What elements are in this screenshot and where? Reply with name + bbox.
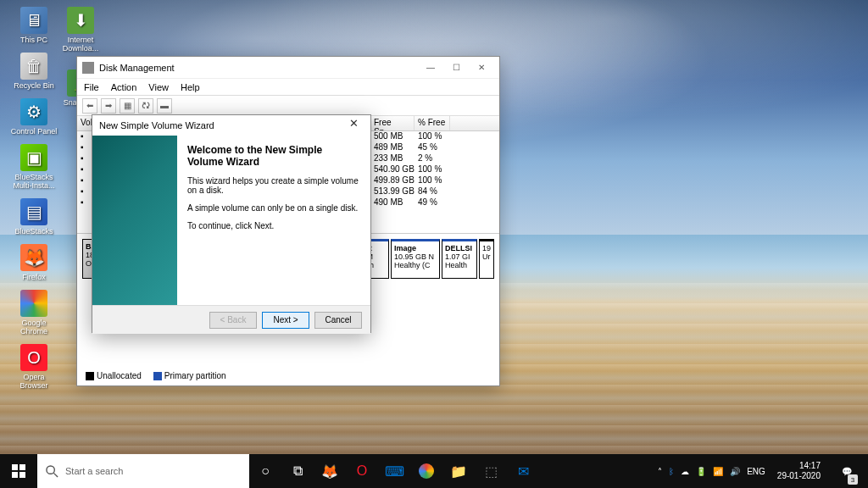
svg-line-6: [53, 473, 58, 477]
icon-label: Firefox: [22, 273, 46, 281]
notification-badge: 3: [848, 474, 858, 485]
taskbar-app[interactable]: ⌨: [378, 454, 410, 488]
taskbar-app[interactable]: 🦊: [314, 454, 346, 488]
tray-chevron-icon[interactable]: ˄: [658, 467, 662, 476]
refresh-button[interactable]: 🗘: [138, 98, 153, 114]
task-view-button[interactable]: ⧉: [281, 454, 314, 488]
maximize-button[interactable]: ☐: [443, 58, 469, 77]
action-center-button[interactable]: 💬 3: [832, 454, 861, 488]
icon-label: BlueStacks Multi-Insta...: [8, 173, 59, 190]
menu-file[interactable]: File: [84, 82, 99, 92]
desktop-icon-control-panel[interactable]: ⚙Control Panel: [8, 98, 59, 136]
wizard-text: To continue, click Next.: [187, 221, 360, 230]
svg-rect-2: [19, 464, 25, 470]
free-space: 233 MB: [370, 153, 415, 164]
free-space: 500 MB: [370, 131, 415, 142]
bluestacks-multi-icon: ▣: [20, 144, 47, 171]
desktop-icon-this-pc[interactable]: 🖥This PC: [8, 7, 59, 44]
desktop-icon-chrome[interactable]: Google Chrome: [8, 290, 59, 336]
volume-block[interactable]: 19Ur: [479, 239, 494, 279]
windows-icon: [12, 464, 25, 478]
icon-label: Internet Downloa...: [55, 36, 106, 53]
desktop-icon-firefox[interactable]: 🦊Firefox: [8, 244, 59, 281]
icon-label: Google Chrome: [8, 319, 59, 336]
toolbar-button[interactable]: ▦: [120, 98, 135, 114]
window-titlebar[interactable]: Disk Management — ☐ ✕: [77, 57, 499, 79]
free-space: 540.90 GB: [370, 164, 415, 175]
taskbar-app[interactable]: ⬚: [475, 454, 507, 488]
menu-help[interactable]: Help: [181, 82, 200, 92]
legend: Unallocated Primary partition: [86, 371, 226, 380]
wizard-titlebar[interactable]: New Simple Volume Wizard ✕: [92, 115, 370, 136]
disk-management-icon: [82, 62, 94, 74]
back-button[interactable]: ⬅: [82, 98, 97, 114]
chrome-icon: [20, 290, 47, 317]
free-space: 513.99 GB: [370, 186, 415, 197]
volume-block[interactable]: DELLSI1.07 GIHealth: [442, 239, 477, 279]
desktop-icon-recycle-bin[interactable]: 🗑Recycle Bin: [8, 53, 59, 90]
toolbar-button[interactable]: ▬: [157, 98, 172, 114]
close-button[interactable]: ✕: [343, 117, 364, 134]
percent-free: 100 %: [415, 175, 450, 186]
search-icon: [46, 465, 58, 478]
system-tray: ˄ ᛒ ☁ 🔋 📶 🔊 ENG 14:17 29-01-2020 💬 3: [651, 454, 868, 488]
control-panel-icon: ⚙: [20, 98, 47, 125]
search-box[interactable]: Start a search: [37, 454, 249, 488]
desktop-icons-column-1: 🖥This PC 🗑Recycle Bin ⚙Control Panel ▣Bl…: [8, 7, 59, 390]
back-button: < Back: [209, 312, 257, 329]
taskbar-app[interactable]: [410, 454, 442, 488]
vol-size: 1.07 GI: [445, 252, 470, 261]
cancel-button[interactable]: Cancel: [314, 312, 362, 329]
desktop-icon-idm[interactable]: ⬇Internet Downloa...: [55, 7, 106, 53]
header-freespace[interactable]: Free Sp...: [370, 116, 415, 130]
vol-status: Healthy (C: [394, 261, 431, 269]
legend-primary: Primary partition: [153, 371, 226, 380]
toolbar: ⬅ ➡ ▦ 🗘 ▬: [77, 96, 499, 116]
close-button[interactable]: ✕: [469, 58, 494, 77]
percent-free: 84 %: [415, 186, 450, 197]
icon-label: BlueStacks: [14, 227, 53, 236]
time: 14:17: [777, 461, 821, 471]
percent-free: 2 %: [415, 153, 450, 164]
legend-label: Primary partition: [164, 371, 226, 380]
cortana-button[interactable]: ○: [249, 454, 281, 488]
svg-rect-0: [82, 62, 94, 74]
wizard-content: Welcome to the New Simple Volume Wizard …: [177, 136, 370, 305]
vol-name: DELLSI: [445, 244, 472, 252]
header-percent-free[interactable]: % Free: [415, 116, 450, 130]
menu-action[interactable]: Action: [111, 82, 137, 92]
percent-free: 49 %: [415, 197, 450, 208]
volume-icon[interactable]: 🔊: [730, 467, 740, 476]
wifi-icon[interactable]: 📶: [713, 467, 723, 476]
legend-swatch-icon: [86, 372, 94, 380]
menu-bar: File Action View Help: [77, 79, 499, 96]
bluetooth-icon[interactable]: ᛒ: [669, 467, 674, 476]
minimize-button[interactable]: —: [418, 58, 443, 77]
start-button[interactable]: [0, 454, 37, 488]
svg-rect-4: [19, 472, 25, 478]
taskbar-app[interactable]: 📁: [442, 454, 475, 488]
language-indicator[interactable]: ENG: [747, 467, 765, 476]
battery-icon[interactable]: 🔋: [696, 467, 706, 476]
desktop-icon-bluestacks[interactable]: ▤BlueStacks: [8, 198, 59, 236]
forward-button[interactable]: ➡: [101, 98, 116, 114]
vol-name: Image: [394, 244, 416, 252]
volume-block[interactable]: Image10.95 GB NHealthy (C: [391, 239, 440, 279]
idm-icon: ⬇: [67, 7, 94, 34]
taskbar-app[interactable]: ✉: [507, 454, 539, 488]
desktop-icon-bluestacks-multi[interactable]: ▣BlueStacks Multi-Insta...: [8, 144, 59, 190]
wizard-text: A simple volume can only be on a single …: [187, 203, 360, 213]
window-title: Disk Management: [99, 63, 418, 73]
percent-free: 100 %: [415, 164, 450, 175]
desktop-icon-opera[interactable]: OOpera Browser: [8, 344, 59, 390]
next-button[interactable]: Next >: [262, 312, 309, 329]
onedrive-icon[interactable]: ☁: [681, 467, 689, 476]
new-simple-volume-wizard: New Simple Volume Wizard ✕ Welcome to th…: [92, 114, 371, 333]
legend-swatch-icon: [153, 372, 162, 380]
clock[interactable]: 14:17 29-01-2020: [772, 461, 826, 481]
vol-size: 19: [482, 244, 491, 252]
taskbar-app-icons: ○ ⧉ 🦊 O ⌨ 📁 ⬚ ✉: [249, 454, 539, 488]
menu-view[interactable]: View: [148, 82, 169, 92]
svg-rect-3: [12, 472, 18, 478]
taskbar-app[interactable]: O: [346, 454, 378, 488]
